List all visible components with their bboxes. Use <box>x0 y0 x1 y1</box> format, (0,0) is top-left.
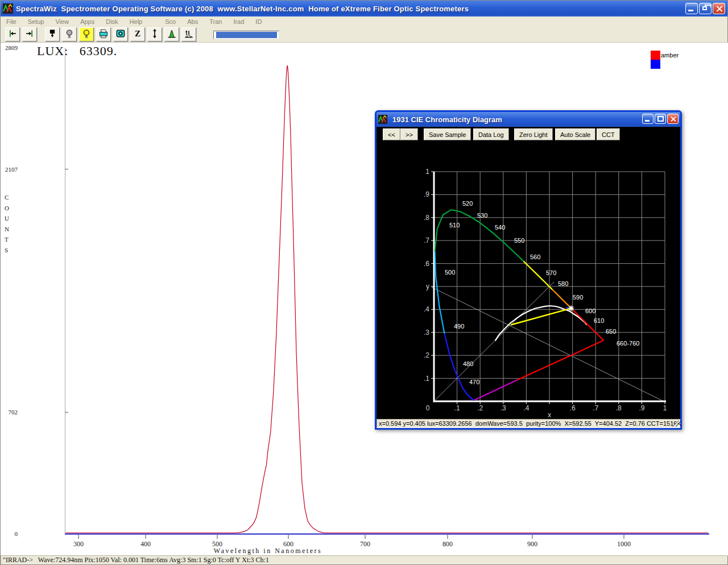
restore-button[interactable] <box>699 3 712 14</box>
cie-diagram-area: 0.1.2.3.4.6.7.8.911.9.8.7.6.4.3.2.1xy520… <box>377 142 680 419</box>
toolbar-button-step-back[interactable] <box>5 27 20 41</box>
svg-text:590: 590 <box>573 294 583 301</box>
svg-text:600: 600 <box>585 308 595 314</box>
svg-text:.1: .1 <box>424 375 429 383</box>
cie-toolbar: <<>>Save SampleData LogZero LightAuto Sc… <box>377 127 680 142</box>
menu-item-irad[interactable]: Irad <box>228 17 250 26</box>
svg-text:.3: .3 <box>500 404 506 412</box>
menu-item-id[interactable]: ID <box>250 17 267 26</box>
cie-window-title: 1931 CIE Chromaticity Diagram <box>392 115 502 124</box>
svg-text:1: 1 <box>425 168 429 176</box>
svg-text:530: 530 <box>477 212 487 219</box>
cie-button-data-log[interactable]: Data Log <box>473 128 509 140</box>
svg-text:U: U <box>5 215 9 222</box>
cie-minimize-button[interactable] <box>642 114 653 124</box>
cie-chromaticity-window: 1931 CIE Chromaticity Diagram <<>>Save S… <box>375 110 682 430</box>
window-title: SpectraWiz Spectrometer Operating Softwa… <box>16 5 469 13</box>
step-back-icon <box>7 28 18 41</box>
svg-text:.4: .4 <box>424 305 429 313</box>
minimize-button[interactable] <box>685 3 698 14</box>
svg-text:Wavelength in Nanometers: Wavelength in Nanometers <box>214 547 322 555</box>
cie-maximize-button[interactable] <box>655 114 666 124</box>
toolbar-button-save-pin[interactable] <box>45 27 60 41</box>
svg-text:1000: 1000 <box>617 540 631 548</box>
status-bar: "IRRAD-> Wave:724.94nm Pix:1050 Val: 0.0… <box>1 555 727 564</box>
cie-button-zero-light[interactable]: Zero Light <box>514 128 553 140</box>
svg-text:.3: .3 <box>424 329 429 336</box>
toolbar-button-step-forward[interactable] <box>22 27 37 41</box>
cie-button-auto-scale[interactable]: Auto Scale <box>555 128 595 140</box>
snapshot-icon <box>115 28 126 41</box>
svg-text:0: 0 <box>426 404 430 412</box>
svg-text:520: 520 <box>462 200 473 207</box>
svg-text:800: 800 <box>442 540 453 548</box>
svg-text:510: 510 <box>449 222 460 229</box>
svg-text:0: 0 <box>15 530 18 537</box>
toolbar-button-zoom-z[interactable]: Z <box>130 27 145 41</box>
svg-text:550: 550 <box>514 237 524 244</box>
menu-item-file[interactable]: File <box>1 17 22 26</box>
svg-text:2809: 2809 <box>5 44 18 51</box>
svg-text:O: O <box>5 205 9 211</box>
svg-text:650: 650 <box>606 328 616 335</box>
svg-text:490: 490 <box>454 323 464 330</box>
toolbar-button-scale-vertical[interactable] <box>147 27 162 41</box>
cie-button-nav-0[interactable]: << <box>383 128 400 140</box>
svg-text:C: C <box>5 194 9 201</box>
cie-button-cct[interactable]: CCT <box>597 128 620 140</box>
main-window: SpectraWiz Spectrometer Operating Softwa… <box>0 0 728 565</box>
peak-fill-icon <box>166 28 177 41</box>
svg-text:.7: .7 <box>424 236 429 244</box>
close-button[interactable] <box>713 3 725 14</box>
legend-swatch-amber <box>651 51 660 60</box>
print-icon <box>98 28 109 41</box>
toolbar-button-snapshot[interactable] <box>113 27 128 41</box>
svg-text:.7: .7 <box>593 404 598 412</box>
acquisition-progress-fill <box>216 32 277 38</box>
menu-item-setup[interactable]: Setup <box>22 17 50 26</box>
menu-item-help[interactable]: Help <box>124 17 148 26</box>
menu-item-view[interactable]: View <box>49 17 75 26</box>
svg-text:560: 560 <box>530 254 540 260</box>
svg-text:702: 702 <box>9 409 18 416</box>
svg-text:N: N <box>5 226 9 232</box>
toolbar-button-lamp-on[interactable] <box>79 27 94 41</box>
menu-item-abs[interactable]: Abs <box>181 17 204 26</box>
svg-text:y: y <box>426 282 429 290</box>
svg-text:T: T <box>5 236 9 243</box>
menu-item-tran[interactable]: Tran <box>204 17 228 26</box>
acquisition-progress-bar <box>213 31 279 39</box>
cie-diagram: 0.1.2.3.4.6.7.8.911.9.8.7.6.4.3.2.1xy520… <box>377 142 680 419</box>
svg-text:660-760: 660-760 <box>617 340 639 347</box>
cie-title-bar[interactable]: 1931 CIE Chromaticity Diagram <box>377 112 680 127</box>
restore-icon <box>702 6 707 10</box>
svg-text:.8: .8 <box>616 404 622 412</box>
svg-text:700: 700 <box>360 540 370 548</box>
svg-text:300: 300 <box>73 540 84 548</box>
menu-item-apps[interactable]: Apps <box>75 17 100 26</box>
menu-item-disk[interactable]: Disk <box>100 17 123 26</box>
title-bar[interactable]: SpectraWiz Spectrometer Operating Softwa… <box>1 1 727 16</box>
menu-item-sco[interactable]: Sco <box>159 17 181 26</box>
svg-text:470: 470 <box>469 379 479 385</box>
lux-readout: LUX: 63309. <box>37 44 117 59</box>
svg-text:900: 900 <box>527 540 537 548</box>
toolbar-button-print[interactable] <box>96 27 111 41</box>
svg-text:400: 400 <box>140 540 151 548</box>
resize-grip-icon[interactable] <box>672 420 679 427</box>
svg-text:.6: .6 <box>424 260 429 268</box>
toolbar-button-lamp-off[interactable] <box>62 27 77 41</box>
cie-button-save-sample[interactable]: Save Sample <box>424 128 471 140</box>
cie-button-nav-1[interactable]: >> <box>400 128 418 140</box>
toolbar-button-peak-track[interactable] <box>181 27 196 41</box>
svg-text:.9: .9 <box>424 190 429 198</box>
toolbar-button-peak-fill[interactable] <box>164 27 179 41</box>
lamp-on-icon <box>81 28 92 41</box>
scale-vertical-icon <box>149 28 160 41</box>
cie-close-button[interactable] <box>667 114 679 124</box>
cie-window-icon <box>378 115 387 124</box>
svg-text:570: 570 <box>546 269 556 276</box>
svg-text:S: S <box>5 247 8 254</box>
legend-swatch-blue <box>651 60 660 69</box>
svg-text:580: 580 <box>558 280 568 287</box>
